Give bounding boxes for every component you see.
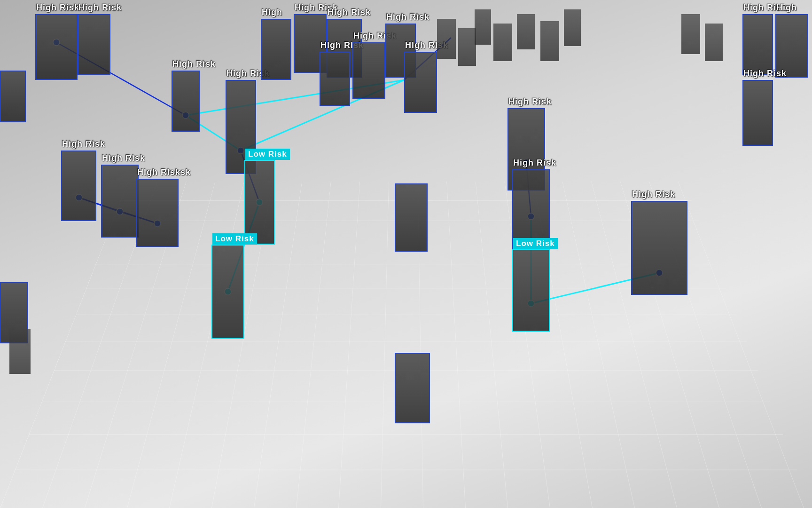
person-box-p23: High	[775, 14, 808, 78]
person-silhouette	[245, 161, 274, 244]
risk-label-p9: Low Risk	[212, 233, 257, 245]
risk-label-p24: High Risk	[743, 69, 787, 79]
extra-person-7	[681, 14, 700, 54]
person-silhouette	[102, 166, 138, 237]
person-box-p9: Low Risk	[211, 245, 244, 339]
risk-label-p15: High Risk	[386, 12, 429, 22]
person-box-p10: High	[261, 19, 291, 80]
scene: High RiskHigh RiskHigh RiskHigh RiskHigh…	[0, 0, 812, 508]
extra-person-2	[475, 9, 491, 45]
person-silhouette	[320, 53, 349, 105]
person-silhouette	[78, 15, 109, 74]
risk-label-p6: High Risk	[172, 59, 216, 69]
extra-person-6	[564, 9, 581, 46]
risk-label-p4: High Risk	[102, 153, 145, 163]
extra-person-8	[705, 24, 723, 61]
person-silhouette	[62, 151, 95, 220]
person-silhouette	[743, 15, 772, 74]
person-silhouette	[262, 20, 290, 79]
person-silhouette	[212, 246, 243, 338]
person-box-p21: Low Risk	[512, 249, 550, 332]
person-silhouette	[743, 81, 772, 145]
risk-label-p8: Low Risk	[245, 149, 290, 160]
person-box-p8: Low Risk	[244, 160, 275, 245]
person-silhouette	[36, 15, 77, 79]
extra-person-4	[517, 14, 535, 49]
extra-person-1	[458, 28, 476, 66]
risk-label-p1: High Risk	[36, 3, 79, 13]
extra-person-5	[540, 21, 559, 61]
risk-label-p20: High Risk	[632, 190, 675, 199]
person-silhouette	[396, 184, 427, 251]
person-box-p14: High Risk	[352, 42, 385, 99]
extra-person-9	[9, 329, 31, 374]
person-box-p24: High Risk	[742, 80, 773, 146]
person-silhouette	[396, 354, 429, 422]
person-silhouette	[1, 71, 25, 121]
person-silhouette	[172, 71, 199, 131]
person-box-p3: High Risk	[61, 151, 96, 221]
person-box-p25	[395, 353, 430, 423]
risk-label-p19: High Risk	[513, 158, 556, 168]
person-silhouette	[776, 15, 807, 77]
person-box-p17	[395, 183, 428, 252]
risk-label-p21: Low Risk	[513, 238, 558, 249]
risk-label-p18: High Risk	[508, 97, 552, 107]
person-silhouette	[513, 250, 549, 331]
person-box-p5: High Risksk	[136, 179, 179, 247]
risk-label-p23: High	[776, 3, 797, 13]
risk-label-p12: High Risk	[328, 8, 371, 17]
person-box-p16: High Risk	[404, 52, 437, 113]
person-box-p19: High Risk	[512, 169, 550, 249]
person-box-p27	[0, 71, 26, 122]
person-silhouette	[405, 53, 436, 112]
person-box-p6: High Risk	[172, 71, 200, 132]
extra-person-0	[437, 19, 456, 59]
person-box-p4: High Risk	[101, 165, 139, 238]
risk-label-p3: High Risk	[62, 139, 105, 149]
person-box-p20: High Risk	[631, 201, 687, 295]
person-silhouette	[137, 180, 178, 246]
person-silhouette	[353, 43, 384, 98]
person-box-p13: High Risk	[320, 52, 350, 106]
risk-label-p5: High Risksk	[137, 167, 191, 177]
extra-person-3	[493, 24, 512, 61]
risk-label-p10: High	[262, 8, 282, 17]
person-silhouette	[632, 202, 687, 294]
person-box-p22: High Risk	[742, 14, 773, 75]
person-silhouette	[513, 170, 549, 248]
risk-label-p2: High Risk	[78, 3, 122, 13]
person-box-p1: High Risk	[35, 14, 78, 80]
person-box-p2: High Risk	[78, 14, 110, 75]
